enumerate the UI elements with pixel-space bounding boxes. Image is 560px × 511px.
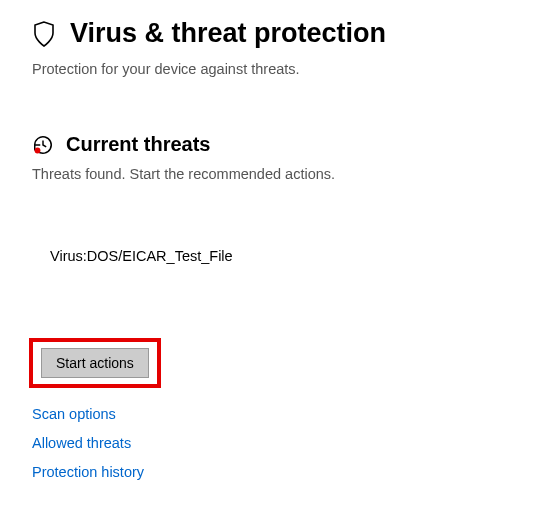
page-header: Virus & threat protection — [32, 18, 528, 49]
links-list: Scan options Allowed threats Protection … — [32, 406, 528, 480]
section-subtitle: Threats found. Start the recommended act… — [32, 166, 528, 182]
page-subtitle: Protection for your device against threa… — [32, 61, 528, 77]
shield-icon — [32, 20, 56, 48]
protection-history-link[interactable]: Protection history — [32, 464, 528, 480]
page-title: Virus & threat protection — [70, 18, 386, 49]
threat-item: Virus:DOS/EICAR_Test_File — [50, 248, 528, 264]
section-header: Current threats — [32, 133, 528, 156]
svg-point-0 — [35, 147, 41, 153]
section-title: Current threats — [66, 133, 210, 156]
annotation-highlight: Start actions — [29, 338, 161, 388]
allowed-threats-link[interactable]: Allowed threats — [32, 435, 528, 451]
scan-history-icon — [32, 134, 54, 156]
start-actions-button[interactable]: Start actions — [41, 348, 149, 378]
scan-options-link[interactable]: Scan options — [32, 406, 528, 422]
